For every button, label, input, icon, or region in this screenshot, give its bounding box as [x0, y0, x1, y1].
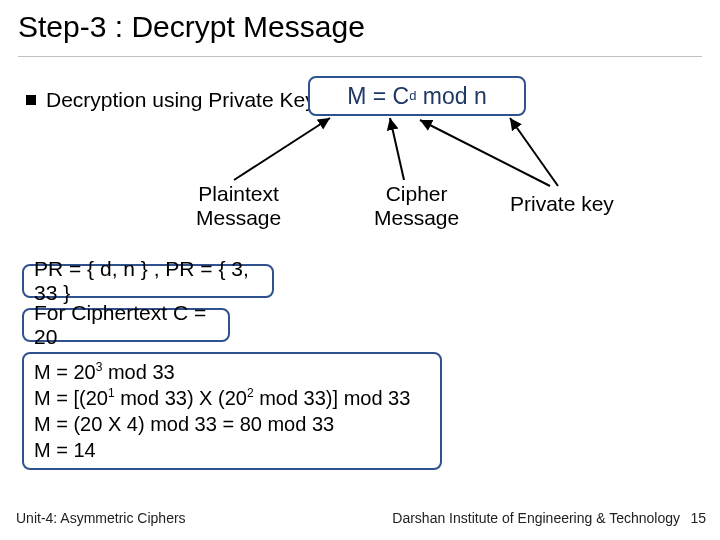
formula-m: M [347, 83, 366, 110]
svg-line-3 [510, 118, 558, 186]
calc-line-3: M = (20 X 4) mod 33 = 80 mod 33 [34, 411, 410, 437]
formula-eq: = [373, 83, 386, 110]
ann-plain-l2: Message [196, 206, 281, 230]
calc-line-2: M = [(201 mod 33) X (202 mod 33)] mod 33 [34, 385, 410, 411]
footer-left: Unit-4: Asymmetric Ciphers [16, 510, 186, 526]
calc-l1a: M = 20 [34, 361, 96, 383]
annotation-cipher: Cipher Message [374, 182, 459, 230]
svg-line-0 [234, 118, 330, 180]
box-calculation: M = 203 mod 33 M = [(201 mod 33) X (202 … [22, 352, 442, 470]
calc-lines: M = 203 mod 33 M = [(201 mod 33) X (202 … [34, 359, 410, 463]
bullet-row: Decryption using Private Key: [26, 88, 321, 112]
formula-n: n [474, 83, 487, 110]
slide: Step-3 : Decrypt Message Decryption usin… [0, 0, 720, 540]
box-private-key: PR = { d, n } , PR = { 3, 33 } [22, 264, 274, 298]
svg-line-1 [390, 118, 404, 180]
formula-box: M = Cd mod n [308, 76, 526, 116]
calc-l2-e1: 1 [108, 386, 115, 400]
footer-right: Darshan Institute of Engineering & Techn… [392, 510, 680, 526]
box-pr-text: PR = { d, n } , PR = { 3, 33 } [34, 257, 262, 305]
ann-plain-l1: Plaintext [196, 182, 281, 206]
bullet-icon [26, 95, 36, 105]
calc-l2b: mod 33) X (20 [115, 387, 247, 409]
page-number: 15 [690, 510, 706, 526]
calc-l1b: mod 33 [102, 361, 174, 383]
ann-cipher-l2: Message [374, 206, 459, 230]
formula-c: C [393, 83, 410, 110]
calc-l2c: mod 33)] mod 33 [254, 387, 411, 409]
calc-l2a: M = [(20 [34, 387, 108, 409]
title-rule [18, 56, 702, 57]
annotation-private: Private key [510, 192, 614, 216]
svg-line-2 [420, 120, 550, 186]
box-ciphertext: For Ciphertext C = 20 [22, 308, 230, 342]
ann-cipher-l1: Cipher [374, 182, 459, 206]
slide-title: Step-3 : Decrypt Message [18, 10, 365, 44]
formula-mod: mod [423, 83, 468, 110]
calc-line-1: M = 203 mod 33 [34, 359, 410, 385]
bullet-text: Decryption using Private Key: [46, 88, 321, 112]
annotation-plaintext: Plaintext Message [196, 182, 281, 230]
calc-l2-e2: 2 [247, 386, 254, 400]
box-c-text: For Ciphertext C = 20 [34, 301, 218, 349]
calc-line-4: M = 14 [34, 437, 410, 463]
